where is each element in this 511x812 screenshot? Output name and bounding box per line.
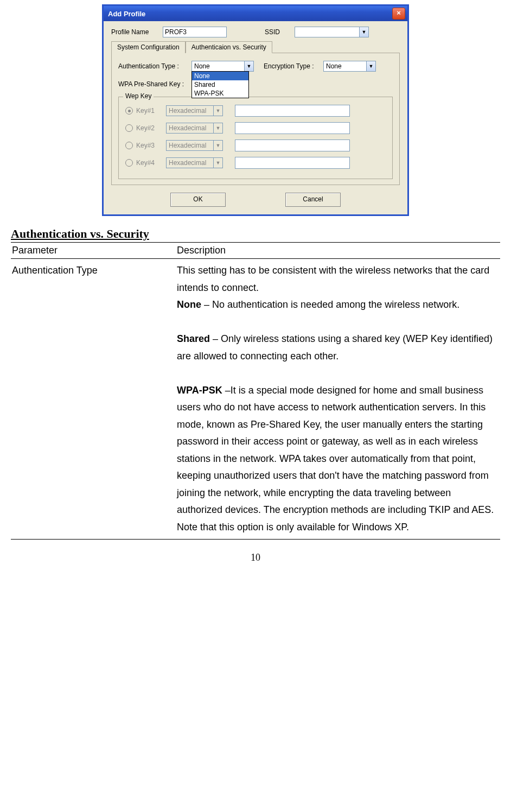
chevron-down-icon: ▼ xyxy=(214,123,223,134)
dropdown-option-shared[interactable]: Shared xyxy=(192,80,248,89)
dropdown-option-none[interactable]: None xyxy=(192,72,248,80)
wep-key-row-3: Key#3 Hexadecimal ▼ xyxy=(125,139,386,151)
close-icon[interactable]: × xyxy=(392,8,405,20)
ssid-label: SSID xyxy=(265,28,295,36)
param-desc-cell: This setting has to be consistent with t… xyxy=(176,259,500,540)
dropdown-option-wpapsk[interactable]: WPA-PSK xyxy=(192,89,248,98)
parameter-table: Parameter Description Authentication Typ… xyxy=(11,242,500,540)
tab-system-configuration[interactable]: System Configuration xyxy=(111,41,186,53)
tab-auth-vs-security[interactable]: Authenticaion vs. Security xyxy=(186,41,272,53)
tabbar: System Configuration Authenticaion vs. S… xyxy=(111,41,400,53)
auth-type-label: Authentication Type : xyxy=(118,62,191,70)
wep-key-row-1: Key#1 Hexadecimal ▼ xyxy=(125,105,386,117)
wep-key-legend: Wep Key xyxy=(123,92,154,100)
chevron-down-icon: ▼ xyxy=(214,140,223,151)
chevron-down-icon[interactable]: ▼ xyxy=(360,27,369,37)
profile-name-input[interactable]: PROF3 xyxy=(163,27,227,37)
chevron-down-icon: ▼ xyxy=(214,105,223,116)
document-body: Authentication vs. Security Parameter De… xyxy=(0,227,511,540)
key4-value-input xyxy=(235,157,350,169)
wep-key-row-2: Key#2 Hexadecimal ▼ xyxy=(125,122,386,134)
key2-value-input xyxy=(235,122,350,134)
radio-key3[interactable] xyxy=(125,142,133,149)
key4-format-dropdown: Hexadecimal ▼ xyxy=(166,157,223,168)
dialog-title: Add Profile xyxy=(108,10,145,18)
key3-format-dropdown: Hexadecimal ▼ xyxy=(166,140,223,151)
enc-type-label: Encryption Type : xyxy=(264,62,323,70)
key3-value-input xyxy=(235,139,350,151)
ssid-dropdown[interactable]: ▼ xyxy=(295,27,369,37)
page-number: 10 xyxy=(0,552,511,563)
section-heading: Authentication vs. Security xyxy=(11,227,500,241)
radio-key4[interactable] xyxy=(125,159,133,167)
auth-type-dropdown[interactable]: None ▼ None Shared WPA-PSK xyxy=(191,61,254,72)
col-description: Description xyxy=(176,243,500,259)
titlebar: Add Profile × xyxy=(104,6,407,21)
tab-panel: Authentication Type : None ▼ None Shared… xyxy=(111,53,400,185)
chevron-down-icon[interactable]: ▼ xyxy=(245,61,254,72)
key1-format-dropdown: Hexadecimal ▼ xyxy=(166,105,223,116)
key2-format-dropdown: Hexadecimal ▼ xyxy=(166,123,223,134)
cancel-button[interactable]: Cancel xyxy=(285,193,341,207)
radio-key1[interactable] xyxy=(125,107,133,115)
auth-type-dropdown-list[interactable]: None Shared WPA-PSK xyxy=(191,71,249,98)
param-name-cell: Authentication Type xyxy=(11,259,176,540)
chevron-down-icon[interactable]: ▼ xyxy=(367,61,376,72)
wep-key-row-4: Key#4 Hexadecimal ▼ xyxy=(125,157,386,169)
col-parameter: Parameter xyxy=(11,243,176,259)
radio-key2[interactable] xyxy=(125,124,133,132)
ok-button[interactable]: OK xyxy=(170,193,226,207)
add-profile-dialog: Add Profile × Profile Name PROF3 SSID ▼ … xyxy=(102,4,409,216)
wep-key-fieldset: Wep Key Key#1 Hexadecimal ▼ Key#2 xyxy=(118,97,393,179)
key1-value-input xyxy=(235,105,350,117)
chevron-down-icon: ▼ xyxy=(214,157,223,168)
wpa-psk-label: WPA Pre-Shared Key : xyxy=(118,80,191,88)
enc-type-dropdown[interactable]: None ▼ xyxy=(323,61,376,72)
profile-name-label: Profile Name xyxy=(111,28,163,36)
